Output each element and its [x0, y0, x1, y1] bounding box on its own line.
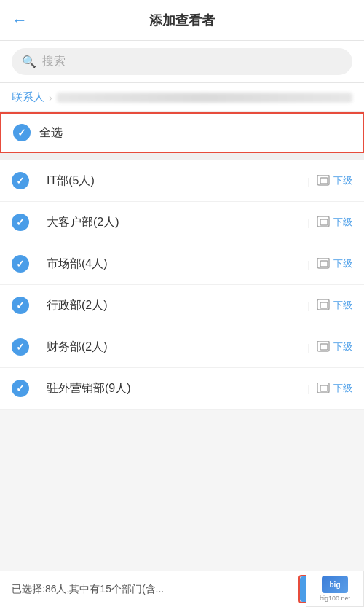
- search-input-wrapper[interactable]: 🔍 搜索: [12, 48, 352, 75]
- svg-rect-9: [320, 344, 328, 350]
- svg-rect-11: [320, 385, 328, 391]
- svg-rect-7: [320, 302, 328, 308]
- header: ← 添加查看者: [0, 0, 364, 41]
- sublevel-icon: [317, 299, 331, 311]
- separator: |: [308, 176, 310, 187]
- table-row[interactable]: ✓ 大客户部(2人) | 下级: [0, 202, 364, 243]
- svg-rect-5: [320, 261, 328, 267]
- table-row[interactable]: ✓ IT部(5人) | 下级: [0, 160, 364, 202]
- dept-action[interactable]: | 下级: [308, 382, 352, 395]
- dept-name: 行政部(2人): [47, 298, 108, 313]
- dept-action-label: 下级: [333, 174, 352, 187]
- separator: |: [308, 300, 310, 311]
- watermark-site: big100.net: [320, 595, 350, 602]
- checkmark-icon: ✓: [16, 299, 25, 311]
- dept-action-label: 下级: [333, 340, 352, 353]
- select-all-row[interactable]: ✓ 全选: [0, 112, 364, 153]
- checkmark-icon: ✓: [16, 175, 25, 187]
- dept-checkbox[interactable]: ✓: [12, 380, 29, 397]
- sublevel-icon: [317, 383, 331, 394]
- dept-info: ✓ 行政部(2人): [12, 297, 308, 314]
- separator: |: [308, 342, 310, 353]
- separator: |: [308, 217, 310, 228]
- table-row[interactable]: ✓ 行政部(2人) | 下级: [0, 285, 364, 326]
- department-list: ✓ IT部(5人) | 下级 ✓ 大客户部(2人) | 下级: [0, 160, 364, 410]
- dept-info: ✓ 财务部(2人): [12, 338, 308, 356]
- dept-checkbox[interactable]: ✓: [12, 255, 29, 273]
- table-row[interactable]: ✓ 市场部(4人) | 下级: [0, 243, 364, 285]
- dept-action-label: 下级: [333, 299, 352, 312]
- dept-action-label: 下级: [333, 216, 352, 229]
- select-all-label: 全选: [39, 125, 63, 141]
- dept-action[interactable]: | 下级: [308, 299, 352, 312]
- dept-info: ✓ 驻外营销部(9人): [12, 380, 308, 397]
- dept-info: ✓ 大客户部(2人): [12, 214, 308, 231]
- dept-info: ✓ 市场部(4人): [12, 255, 308, 273]
- breadcrumb-contacts[interactable]: 联系人: [12, 90, 44, 104]
- watermark: big big100.net: [306, 571, 364, 607]
- dept-checkbox[interactable]: ✓: [12, 172, 29, 189]
- dept-info: ✓ IT部(5人): [12, 172, 308, 189]
- dept-name: 大客户部(2人): [47, 215, 119, 230]
- select-all-checkbox[interactable]: ✓: [13, 124, 31, 141]
- breadcrumb: 联系人 ›: [0, 83, 364, 112]
- dept-action[interactable]: | 下级: [308, 174, 352, 187]
- dept-action-label: 下级: [333, 382, 352, 395]
- checkmark-icon: ✓: [16, 341, 25, 353]
- sublevel-icon: [317, 216, 331, 228]
- dept-action[interactable]: | 下级: [308, 340, 352, 353]
- dept-name: 财务部(2人): [47, 340, 108, 355]
- search-icon: 🔍: [22, 55, 36, 68]
- page-title: 添加查看者: [149, 12, 215, 29]
- dept-checkbox[interactable]: ✓: [12, 297, 29, 314]
- search-placeholder: 搜索: [42, 54, 66, 69]
- dept-checkbox[interactable]: ✓: [12, 338, 29, 356]
- divider: [0, 153, 364, 160]
- checkmark-icon: ✓: [16, 216, 25, 228]
- dept-action-label: 下级: [333, 257, 352, 270]
- search-bar: 🔍 搜索: [0, 41, 364, 83]
- back-button[interactable]: ←: [12, 11, 28, 30]
- sublevel-icon: [317, 258, 331, 270]
- dept-name: 驻外营销部(9人): [47, 381, 131, 396]
- selection-status: 已选择:86人,其中有15个部门(含...: [12, 583, 298, 596]
- watermark-logo: big: [322, 576, 348, 593]
- table-row[interactable]: ✓ 财务部(2人) | 下级: [0, 326, 364, 368]
- sublevel-icon: [317, 341, 331, 353]
- breadcrumb-chevron-icon: ›: [49, 92, 52, 103]
- svg-rect-1: [320, 178, 328, 184]
- dept-action[interactable]: | 下级: [308, 257, 352, 270]
- dept-action[interactable]: | 下级: [308, 216, 352, 229]
- back-icon: ←: [12, 11, 28, 30]
- separator: |: [308, 383, 310, 394]
- separator: |: [308, 259, 310, 270]
- sublevel-icon: [317, 175, 331, 187]
- checkmark-icon: ✓: [17, 127, 26, 138]
- dept-checkbox[interactable]: ✓: [12, 214, 29, 231]
- dept-name: IT部(5人): [47, 173, 95, 189]
- checkmark-icon: ✓: [16, 383, 25, 394]
- watermark-logo-text: big: [330, 581, 341, 589]
- checkmark-icon: ✓: [16, 258, 25, 270]
- table-row[interactable]: ✓ 驻外营销部(9人) | 下级: [0, 368, 364, 410]
- svg-rect-3: [320, 219, 328, 225]
- dept-name: 市场部(4人): [47, 256, 108, 272]
- breadcrumb-blurred-path: [57, 93, 352, 103]
